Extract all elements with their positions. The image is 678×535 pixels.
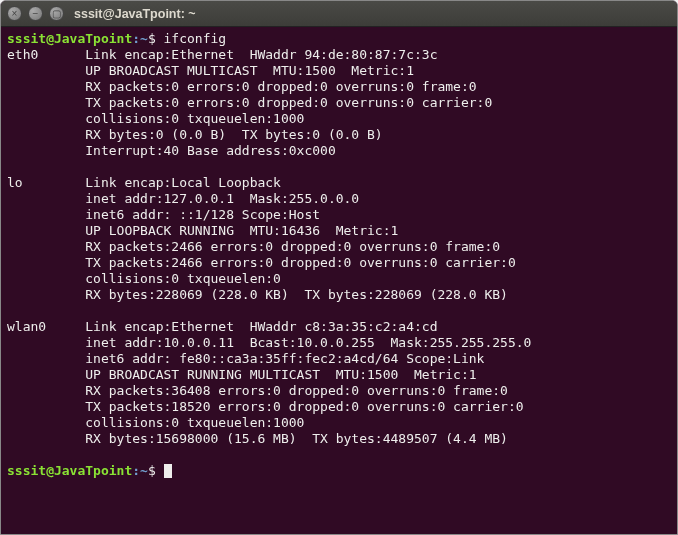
prompt-sep2-2: $ <box>148 463 164 478</box>
cursor <box>164 464 172 478</box>
prompt-sep1: : <box>132 31 140 46</box>
window-controls: × − ▢ <box>7 6 64 21</box>
window-title: sssit@JavaTpoint: ~ <box>74 7 196 21</box>
close-icon[interactable]: × <box>7 6 22 21</box>
prompt-user-host: sssit@JavaTpoint <box>7 31 132 46</box>
prompt-sep1-2: : <box>132 463 140 478</box>
titlebar: × − ▢ sssit@JavaTpoint: ~ <box>1 1 677 27</box>
prompt-path-2: ~ <box>140 463 148 478</box>
prompt-user-host-2: sssit@JavaTpoint <box>7 463 132 478</box>
maximize-icon[interactable]: ▢ <box>49 6 64 21</box>
command-text: ifconfig <box>164 31 227 46</box>
terminal-body[interactable]: sssit@JavaTpoint:~$ ifconfig eth0 Link e… <box>1 27 677 534</box>
prompt-sep2: $ <box>148 31 164 46</box>
prompt-path: ~ <box>140 31 148 46</box>
minimize-icon[interactable]: − <box>28 6 43 21</box>
terminal-window: × − ▢ sssit@JavaTpoint: ~ sssit@JavaTpoi… <box>0 0 678 535</box>
command-output: eth0 Link encap:Ethernet HWaddr 94:de:80… <box>7 47 531 446</box>
